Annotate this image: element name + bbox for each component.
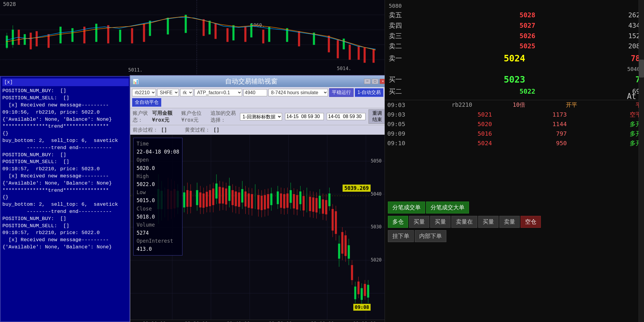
fen-bi-jiao-da-dan-btn[interactable]: 分笔成交大单 <box>426 202 469 213</box>
close-label: Close <box>137 206 152 212</box>
svg-rect-26 <box>268 27 270 42</box>
svg-text:5050: 5050 <box>371 158 381 164</box>
duo-cang-btn[interactable]: 多仓 <box>388 216 408 228</box>
svg-rect-168 <box>280 193 282 208</box>
svg-rect-103 <box>367 285 369 298</box>
reset-btn[interactable]: 重调结束 <box>369 109 386 124</box>
svg-rect-169 <box>283 194 285 208</box>
svg-rect-92 <box>241 189 243 202</box>
sell5-label: 卖五 <box>389 11 413 20</box>
svg-text:5014.: 5014. <box>337 66 351 71</box>
mai-liang2-btn[interactable]: 买量 <box>430 216 451 228</box>
auto-trade-button[interactable]: 1-自动交易 <box>355 88 383 97</box>
svg-rect-43 <box>298 31 300 46</box>
trade-list: 09:03 rb2210 10倍 开平 平 09:03 5021 1173 空平… <box>385 100 644 148</box>
run-button[interactable]: 平稳运行 <box>329 88 354 97</box>
position-label: 账户仓位 ¥rox元 <box>181 110 208 123</box>
kong-cang-btn[interactable]: 空仓 <box>521 216 541 228</box>
prev-step-label: 前步过程： <box>133 126 158 133</box>
time-label-22-50-00: 22:50:00 <box>269 321 292 322</box>
svg-rect-31 <box>30 33 32 49</box>
svg-rect-160 <box>238 193 240 207</box>
gua-xia-dan-btn[interactable]: 挂下单 <box>388 230 414 242</box>
svg-rect-32 <box>36 31 38 46</box>
scrollbar[interactable] <box>639 0 644 322</box>
dialog-title-text: 自动交易辅助视窗 <box>225 77 278 86</box>
svg-rect-88 <box>183 193 185 208</box>
right-panel: 5080 卖五 5028 262 卖四 5027 434 卖三 5026 152… <box>385 0 644 322</box>
sell5-price: 5028 <box>494 11 535 20</box>
date2-input[interactable] <box>327 113 366 120</box>
backtest-select[interactable]: 1-回测标标数据 <box>240 113 282 120</box>
svg-rect-156 <box>222 188 224 203</box>
svg-rect-93 <box>270 193 272 205</box>
ob-row-sell4: 卖四 5027 434 <box>386 21 643 31</box>
svg-rect-179 <box>332 209 333 230</box>
mai-liang4-btn[interactable]: 买量 <box>478 216 499 228</box>
svg-rect-100 <box>348 245 350 258</box>
date1-input[interactable] <box>285 113 324 120</box>
svg-rect-164 <box>258 195 259 210</box>
scrollbar-thumb[interactable] <box>639 60 644 78</box>
time-label-23-00-00: 23:00:00 <box>311 321 334 322</box>
sell2-price: 5025 <box>494 42 535 51</box>
dialog-info-row2: 前步过程： [] 黄变过程： [] <box>130 125 388 135</box>
auto-close-button[interactable]: 全自动平仓 <box>132 98 161 107</box>
svg-rect-17 <box>72 28 73 42</box>
mid-scale: 5040 <box>386 65 643 73</box>
svg-rect-102 <box>361 288 363 300</box>
svg-rect-174 <box>309 197 311 211</box>
svg-rect-185 <box>364 284 366 296</box>
console-panel: [x] POSITION_NUM_BUY: []POSITION_NUM_SEL… <box>0 76 131 322</box>
time-axis: 22:20:0022:30:0022:40:0022:50:0023:00:00… <box>130 320 388 322</box>
exchange-select[interactable]: SHFE <box>157 89 179 96</box>
sell4-price: 5027 <box>494 21 535 30</box>
svg-rect-40 <box>227 28 228 42</box>
time-label-22-40-00: 22:40:00 <box>227 321 250 322</box>
svg-rect-49 <box>373 49 374 63</box>
symbol-select[interactable]: rb2210 <box>132 89 156 96</box>
console-output: POSITION_NUM_BUY: []POSITION_NUM_SELL: [… <box>2 87 129 250</box>
svg-rect-98 <box>329 193 330 206</box>
svg-rect-97 <box>319 196 321 208</box>
sell3-vol: 152 <box>616 32 640 41</box>
svg-rect-153 <box>209 190 211 206</box>
svg-rect-148 <box>186 190 188 207</box>
sell1-label: 卖一 <box>389 54 413 63</box>
open-label: Open <box>137 157 149 163</box>
svg-rect-99 <box>338 244 340 258</box>
svg-rect-23 <box>209 21 210 34</box>
price-tag: 5039.269 <box>343 185 371 192</box>
btn-row-3: 挂下单 内部下单 <box>386 229 643 243</box>
ob-row-buy2: 买二 5022 69 <box>386 86 643 97</box>
console-icon: [x] <box>4 80 13 85</box>
sell1-vol: 78 <box>616 53 640 64</box>
mai-liang3-btn[interactable]: 卖量在 <box>451 216 477 228</box>
svg-text:5020: 5020 <box>371 257 381 263</box>
dialog-window-controls[interactable]: ─ □ ✕ <box>364 79 386 84</box>
svg-rect-161 <box>244 191 246 206</box>
buy2-price: 5022 <box>494 87 535 96</box>
svg-rect-24 <box>233 25 234 40</box>
btn-row-1: 分笔成交单 分笔成交大单 <box>386 200 643 215</box>
high-label: High <box>137 173 149 179</box>
svg-text:5030: 5030 <box>371 224 381 230</box>
minimize-button[interactable]: ─ <box>364 79 371 84</box>
btn-row-2: 多仓 买量 买量 卖量在 买量 卖量 空仓 <box>386 215 643 229</box>
account-status-label: 账户状态： <box>133 110 149 123</box>
factor-select[interactable]: ATP_factor=0.1 <box>194 89 242 96</box>
fen-bi-jiao-dan-btn[interactable]: 分笔成交单 <box>388 202 425 213</box>
period-select[interactable]: rk <box>180 89 193 96</box>
nei-bu-xia-dan-btn[interactable]: 内部下单 <box>415 230 446 242</box>
mai-liang1-btn[interactable]: 买量 <box>409 216 429 228</box>
svg-rect-151 <box>202 193 204 208</box>
restore-button[interactable]: □ <box>372 79 378 84</box>
ob-row-sell5: 卖五 5028 262 <box>386 10 643 21</box>
mai-liang5-btn[interactable]: 卖量 <box>499 216 520 228</box>
quantity-input[interactable] <box>243 89 267 96</box>
simulate-select[interactable]: 8-7424 hours simulate <box>268 89 328 96</box>
dialog-toolbar: rb2210 SHFE rk ATP_factor=0.1 8-7424 hou… <box>130 87 388 108</box>
open-value: 5020.0 <box>137 165 155 171</box>
trade-row-2: 09:03 5021 1173 空平 <box>385 110 644 119</box>
ob-row-buy1: 买一 5023 7 <box>386 73 643 86</box>
